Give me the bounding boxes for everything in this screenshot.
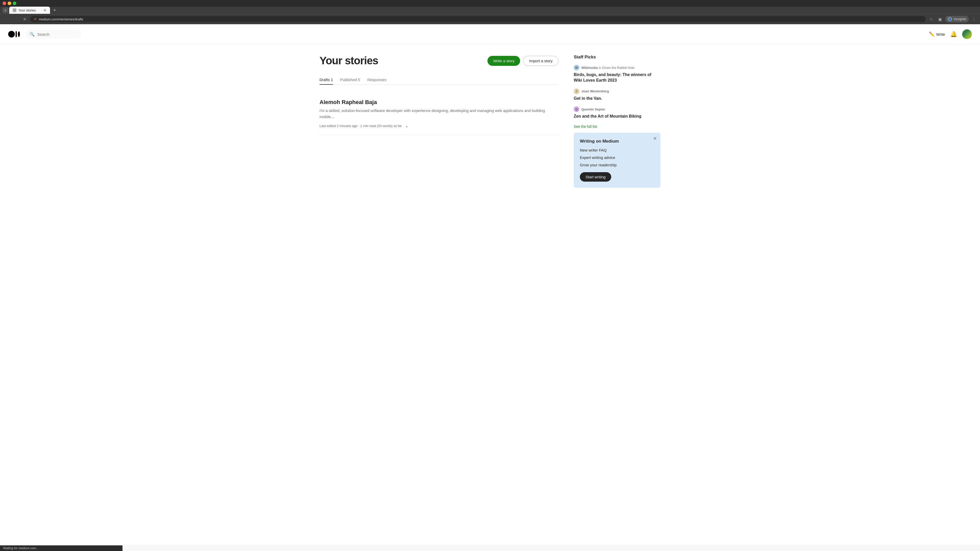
write-icon: ✏️ [929, 32, 935, 37]
tab-title: Your stories [18, 8, 36, 12]
write-label: Write [936, 32, 945, 37]
sp-author-1: Wikimedia in Down the Rabbit Hole [581, 66, 635, 70]
header-actions: ✏️ Write 🔔 [929, 29, 972, 39]
search-icon: 🔍 [30, 32, 35, 37]
url-text: medium.com/me/stories/drafts [39, 17, 83, 21]
sp-avatar-joan: J [574, 89, 579, 94]
write-story-btn[interactable]: Write a story [487, 56, 520, 66]
page-wrapper: 🔍 Search ✏️ Write 🔔 Your stories Write a… [0, 24, 980, 545]
import-story-btn[interactable]: Import a story [523, 56, 558, 66]
story-meta: Last edited 2 minutes ago · 1 min read (… [320, 123, 558, 129]
content-area: Your stories Write a story Import a stor… [320, 55, 558, 188]
tab-published[interactable]: Published 5 [340, 75, 360, 84]
browser-min-btn[interactable] [8, 2, 11, 5]
tab-dropdown-btn[interactable]: ▾ [3, 7, 8, 13]
sp-author-2: Joan Westenberg [581, 89, 609, 93]
back-btn[interactable]: ← [3, 16, 10, 23]
medium-logo[interactable] [8, 28, 20, 40]
writing-card-title: Writing on Medium [580, 139, 654, 144]
writing-card-close-btn[interactable]: ✕ [653, 136, 657, 141]
browser-chrome: ▾ Your stories ✕ + ← → ✕ ✕ medium.com/me… [0, 0, 980, 24]
sp-title-2[interactable]: Get in the Van. [574, 96, 660, 101]
medium-header: 🔍 Search ✏️ Write 🔔 [0, 24, 980, 44]
story-meta-text: Last edited 2 minutes ago · 1 min read (… [320, 124, 402, 128]
incognito-label: Incognito [954, 17, 966, 21]
search-bar[interactable]: 🔍 Search [25, 30, 81, 39]
story-card: Alemoh Rapheal Baja I'm a skilled, solut… [320, 93, 558, 135]
reload-btn[interactable]: ✕ [21, 16, 28, 23]
sp-title-3[interactable]: Zen and the Art of Mountain Biking [574, 114, 660, 119]
sp-title-1[interactable]: Birds, bugs, and beauty: The winners of … [574, 72, 660, 83]
svg-point-0 [8, 31, 15, 38]
address-bar[interactable]: ✕ medium.com/me/stories/drafts [30, 16, 926, 22]
staff-pick-item-2: J Joan Westenberg Get in the Van. [574, 89, 660, 101]
story-excerpt: I'm a skilled, solution-focused software… [320, 108, 558, 120]
writing-on-medium-card: ✕ Writing on Medium New writer FAQ Exper… [574, 133, 660, 188]
tab-drafts[interactable]: Drafts 1 [320, 75, 333, 84]
story-expand-btn[interactable]: ⌄ [405, 123, 409, 129]
svg-point-2 [18, 32, 20, 37]
incognito-icon: 👤 [948, 17, 952, 21]
sp-author-row-3: Q Quentin Septer [574, 106, 660, 112]
menu-btn[interactable]: ⋮ [970, 16, 977, 23]
medium-logo-svg [8, 28, 20, 40]
tab-favicon [13, 8, 16, 12]
page-heading-row: Your stories Write a story Import a stor… [320, 55, 558, 67]
start-writing-btn[interactable]: Start writing [580, 172, 611, 182]
browser-toolbar: ← → ✕ ✕ medium.com/me/stories/drafts ☆ ▣… [0, 14, 980, 24]
search-placeholder-text: Search [37, 32, 49, 37]
main-layout: Your stories Write a story Import a stor… [311, 44, 669, 198]
browser-titlebar [0, 0, 980, 6]
browser-close-btn[interactable] [3, 2, 6, 5]
sp-author-row-2: J Joan Westenberg [574, 89, 660, 94]
toolbar-actions: ☆ ▣ 👤 Incognito ⋮ [928, 16, 977, 23]
tab-close-btn[interactable]: ✕ [43, 8, 46, 12]
new-tab-btn[interactable]: + [51, 6, 58, 14]
user-avatar[interactable] [962, 29, 972, 39]
staff-pick-item-1: W Wikimedia in Down the Rabbit Hole Bird… [574, 65, 660, 83]
see-full-list-link[interactable]: See the full list [574, 124, 660, 129]
writing-card-link-readership[interactable]: Grow your readership [580, 163, 654, 167]
story-title: Alemoh Rapheal Baja [320, 99, 558, 106]
staff-picks-title: Staff Picks [574, 55, 660, 60]
staff-pick-item-3: Q Quentin Septer Zen and the Art of Moun… [574, 106, 660, 119]
writing-card-link-advice[interactable]: Expert writing advice [580, 156, 654, 160]
sidebar: Staff Picks W Wikimedia in Down the Rabb… [574, 55, 660, 188]
sp-author-row-1: W Wikimedia in Down the Rabbit Hole [574, 65, 660, 70]
heading-actions: Write a story Import a story [487, 56, 558, 66]
sp-author-3: Quentin Septer [581, 107, 605, 111]
forward-btn[interactable]: → [12, 16, 19, 23]
tab-responses[interactable]: Responses [367, 75, 387, 84]
incognito-btn[interactable]: 👤 Incognito [945, 16, 969, 22]
browser-tab-your-stories[interactable]: Your stories ✕ [9, 6, 50, 14]
sp-avatar-quentin: Q [574, 106, 579, 112]
notifications-btn[interactable]: 🔔 [950, 31, 957, 38]
page-title: Your stories [320, 55, 378, 67]
browser-max-btn[interactable] [13, 2, 16, 5]
tab-bar: ▾ Your stories ✕ + [0, 6, 980, 14]
bookmark-btn[interactable]: ☆ [928, 16, 935, 23]
split-view-btn[interactable]: ▣ [936, 16, 943, 23]
sp-avatar-wiki: W [574, 65, 579, 70]
loading-icon: ✕ [34, 17, 37, 21]
writing-card-link-faq[interactable]: New writer FAQ [580, 148, 654, 152]
svg-rect-1 [16, 31, 17, 37]
write-btn[interactable]: ✏️ Write [929, 32, 945, 37]
tabs-row: Drafts 1 Published 5 Responses [320, 75, 558, 85]
